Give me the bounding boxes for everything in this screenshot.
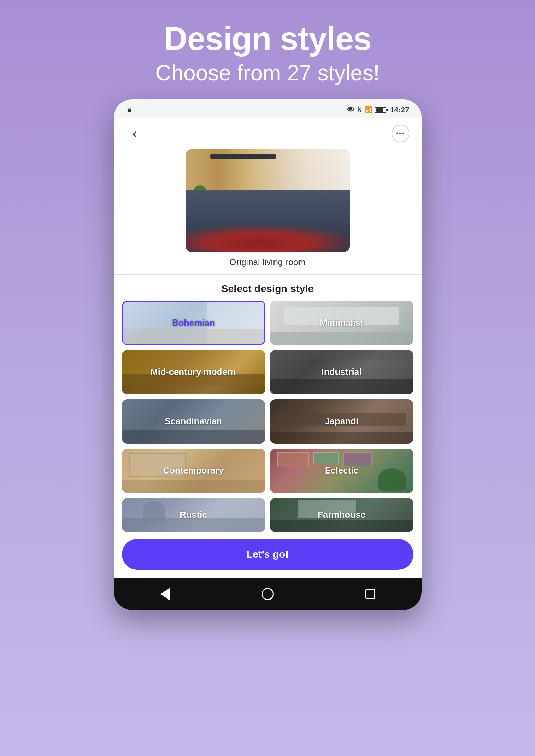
midcentury-label: Mid-century modern	[122, 350, 265, 394]
phone-mockup: ▣ 👁 N 📶 14:27 ‹ •••	[114, 99, 422, 610]
style-card-contemporary[interactable]: Contemporary	[122, 449, 265, 493]
sim-icon: ▣	[126, 105, 133, 114]
home-circle-icon	[262, 588, 274, 600]
time-display: 14:27	[390, 105, 409, 114]
more-options-button[interactable]: •••	[392, 125, 409, 142]
android-home-button[interactable]	[259, 585, 276, 603]
minimalist-label: Minimalist	[270, 301, 413, 345]
back-triangle-icon	[160, 588, 170, 600]
page-title: Design styles	[155, 21, 380, 57]
rustic-label: Rustic	[122, 498, 265, 532]
eclectic-label: Eclectic	[270, 449, 413, 493]
page-subtitle: Choose from 27 styles!	[155, 60, 380, 86]
nfc-icon: N	[357, 106, 362, 113]
style-card-industrial[interactable]: Industrial	[270, 350, 413, 394]
android-back-button[interactable]	[156, 585, 174, 603]
room-image	[186, 149, 350, 252]
contemporary-label: Contemporary	[122, 449, 265, 493]
android-recents-button[interactable]	[362, 585, 379, 603]
style-card-minimalist[interactable]: Minimalist	[270, 301, 413, 345]
battery-icon	[375, 107, 386, 113]
app-content: ‹ ••• Original living room	[114, 118, 422, 578]
page-header: Design styles Choose from 27 styles!	[155, 0, 380, 99]
japandi-label: Japandi	[270, 399, 413, 444]
status-right: 👁 N 📶 14:27	[347, 105, 409, 114]
lets-go-button[interactable]: Let's go!	[122, 539, 413, 570]
room-label: Original living room	[229, 257, 306, 267]
bohemian-label: Bohemian	[123, 302, 264, 344]
industrial-label: Industrial	[270, 350, 413, 394]
style-grid: Bohemian Minimalist Mid-century modern	[114, 301, 422, 532]
style-card-japandi[interactable]: Japandi	[270, 399, 413, 444]
style-card-scandinavian[interactable]: Scandinavian	[122, 399, 265, 444]
status-bar: ▣ 👁 N 📶 14:27	[114, 99, 422, 118]
android-nav-bar	[114, 578, 422, 610]
ellipsis-icon: •••	[396, 129, 404, 137]
eye-icon: 👁	[347, 105, 355, 114]
top-nav: ‹ •••	[114, 118, 422, 146]
recents-square-icon	[365, 589, 375, 599]
style-card-rustic[interactable]: Rustic	[122, 498, 265, 532]
style-card-eclectic[interactable]: Eclectic	[270, 449, 413, 493]
farmhouse-label: Farmhouse	[270, 498, 413, 532]
style-card-midcentury[interactable]: Mid-century modern	[122, 350, 265, 394]
style-section-title: Select design style	[114, 275, 422, 301]
cta-container: Let's go!	[114, 532, 422, 578]
style-card-bohemian[interactable]: Bohemian	[122, 301, 265, 345]
scandinavian-label: Scandinavian	[122, 399, 265, 444]
bluetooth-icon: 📶	[365, 106, 372, 114]
style-card-farmhouse[interactable]: Farmhouse	[270, 498, 413, 532]
room-image-container: Original living room	[114, 146, 422, 274]
back-button[interactable]: ‹	[126, 125, 144, 142]
back-arrow-icon: ‹	[133, 126, 137, 141]
